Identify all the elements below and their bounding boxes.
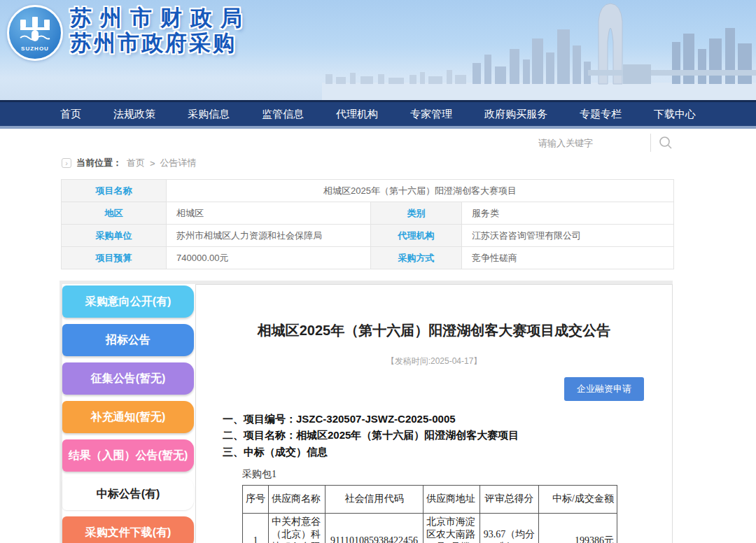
sidebar-item-6[interactable]: 采购文件下载(有)	[62, 516, 194, 543]
table-row: 项目预算740000.00元采购方式竞争性磋商	[62, 247, 674, 269]
table-row: 采购单位苏州市相城区人力资源和社会保障局代理机构江苏沃咨咨询管理有限公司	[62, 225, 674, 247]
announcement-body: 一、项目编号：JSZC-320507-JSWZ-C2025-0005二、项目名称…	[223, 411, 672, 460]
finance-button-row: 企业融资申请	[196, 377, 672, 401]
result-cell: 中关村意谷（北京）科技服务有限公司	[269, 513, 326, 543]
search-icon[interactable]	[658, 135, 673, 150]
bid-result-table-body: 1中关村意谷（北京）科技服务有限公司911101085938422456北京市海…	[243, 513, 617, 543]
result-cell: 1	[243, 513, 269, 543]
info-label: 采购方式	[371, 247, 462, 269]
enterprise-finance-button[interactable]: 企业融资申请	[564, 377, 644, 401]
site-title: 苏州市财政局 苏州市政府采购	[70, 6, 251, 55]
main-nav: 首页法规政策采购信息监管信息代理机构专家管理政府购买服务专题专栏下载中心	[0, 100, 756, 129]
project-name-value: 相城区2025年（第十六届）阳澄湖创客大赛项目	[167, 180, 674, 202]
result-cell: 911101085938422456	[326, 513, 424, 543]
announcement-line-2: 三、中标（成交）信息	[223, 444, 672, 460]
sidebar-item-4[interactable]: 结果（入围）公告(暂无)	[62, 439, 194, 472]
breadcrumb-separator: >	[150, 158, 155, 169]
nav-item-1[interactable]: 法规政策	[97, 108, 172, 121]
info-value: 竞争性磋商	[462, 247, 674, 269]
info-label: 代理机构	[371, 225, 462, 247]
site-title-line2: 苏州市政府采购	[70, 31, 251, 56]
announcement-line-1: 二、项目名称：相城区2025年（第十六届）阳澄湖创客大赛项目	[223, 427, 672, 443]
search-input[interactable]	[538, 138, 643, 148]
result-cell: 北京市海淀区农大南路88号1号楼1层1-060	[424, 513, 480, 543]
info-label: 采购单位	[62, 225, 167, 247]
package-label: 采购包1	[242, 468, 672, 481]
nav-item-6[interactable]: 政府购买服务	[468, 108, 564, 121]
nav-item-7[interactable]: 专题专栏	[564, 108, 638, 121]
nav-item-4[interactable]: 代理机构	[320, 108, 394, 121]
result-col-header: 评审总得分	[480, 485, 539, 513]
info-value: 苏州市相城区人力资源和社会保障局	[167, 225, 371, 247]
info-value: 服务类	[462, 202, 674, 225]
search-bar	[0, 129, 756, 157]
suzhou-logo[interactable]: SUZHOU	[7, 5, 63, 61]
nav-item-3[interactable]: 监管信息	[246, 108, 320, 121]
sidebar-item-3[interactable]: 补充通知(暂无)	[62, 401, 194, 433]
announcement-panel: 相城区2025年（第十六届）阳澄湖创客大赛项目成交公告 【发稿时间:2025-0…	[195, 284, 673, 543]
nav-item-8[interactable]: 下载中心	[638, 108, 712, 121]
info-value: 相城区	[167, 202, 371, 225]
site-header: SUZHOU 苏州市财政局 苏州市政府采购	[0, 0, 756, 100]
announcement-title: 相城区2025年（第十六届）阳澄湖创客大赛项目成交公告	[196, 321, 672, 340]
sidebar: 采购意向公开(有)招标公告征集公告(暂无)补充通知(暂无)结果（入围）公告(暂无…	[62, 284, 195, 543]
info-table-body: 地区相城区类别服务类采购单位苏州市相城区人力资源和社会保障局代理机构江苏沃咨咨询…	[62, 202, 674, 269]
city-skyline-image	[322, 0, 756, 100]
table-header-row: 序号供应商名称社会信用代码供应商地址评审总得分中标/成交金额	[243, 485, 617, 513]
sidebar-item-1[interactable]: 招标公告	[62, 324, 194, 356]
result-cell: 93.67（均分制）	[480, 513, 539, 543]
logo-text: SUZHOU	[21, 45, 49, 52]
breadcrumb: › 当前位置： 首页 > 公告详情	[0, 157, 756, 179]
sidebar-item-0[interactable]: 采购意向公开(有)	[62, 285, 194, 318]
breadcrumb-label: 当前位置：	[76, 157, 122, 169]
nav-item-0[interactable]: 首页	[44, 108, 97, 121]
info-value: 江苏沃咨咨询管理有限公司	[462, 225, 674, 247]
info-label: 类别	[371, 202, 462, 225]
bid-result-table: 序号供应商名称社会信用代码供应商地址评审总得分中标/成交金额 1中关村意谷（北京…	[242, 485, 617, 543]
search-divider	[650, 134, 651, 152]
info-label: 地区	[62, 202, 167, 225]
content-section: 采购意向公开(有)招标公告征集公告(暂无)补充通知(暂无)结果（入围）公告(暂无…	[59, 281, 673, 543]
nav-item-2[interactable]: 采购信息	[172, 108, 246, 121]
result-col-header: 社会信用代码	[326, 485, 424, 513]
bid-result-table-head: 序号供应商名称社会信用代码供应商地址评审总得分中标/成交金额	[243, 485, 617, 513]
result-col-header: 供应商地址	[424, 485, 480, 513]
result-col-header: 序号	[243, 485, 269, 513]
site-title-line1: 苏州市财政局	[70, 6, 251, 31]
project-info-table: 项目名称 相城区2025年（第十六届）阳澄湖创客大赛项目 地区相城区类别服务类采…	[61, 179, 674, 269]
info-value: 740000.00元	[167, 247, 371, 269]
project-name-label: 项目名称	[62, 180, 167, 202]
breadcrumb-current: 公告详情	[160, 157, 197, 169]
nav-item-5[interactable]: 专家管理	[394, 108, 468, 121]
sidebar-item-5[interactable]: 中标公告(有)	[62, 478, 194, 510]
publish-time: 【发稿时间:2025-04-17】	[196, 355, 672, 367]
sidebar-item-2[interactable]: 征集公告(暂无)	[62, 362, 194, 395]
table-row: 地区相城区类别服务类	[62, 202, 674, 225]
table-row: 1中关村意谷（北京）科技服务有限公司911101085938422456北京市海…	[243, 513, 617, 543]
breadcrumb-home-link[interactable]: 首页	[127, 157, 145, 169]
announcement-line-0: 一、项目编号：JSZC-320507-JSWZ-C2025-0005	[223, 411, 672, 427]
table-row: 项目名称 相城区2025年（第十六届）阳澄湖创客大赛项目	[62, 180, 674, 202]
result-col-header: 供应商名称	[269, 485, 326, 513]
result-col-header: 中标/成交金额	[539, 485, 617, 513]
result-cell: 199386元	[539, 513, 617, 543]
info-label: 项目预算	[62, 247, 167, 269]
breadcrumb-icon: ›	[62, 158, 71, 168]
